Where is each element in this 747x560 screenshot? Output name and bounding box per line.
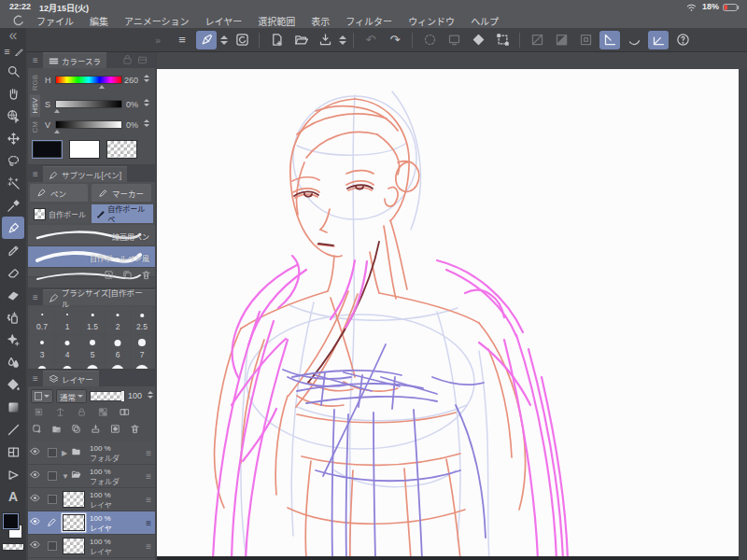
canvas-viewport[interactable] bbox=[157, 69, 747, 560]
brush-size-6[interactable]: 6 bbox=[106, 335, 130, 362]
help-icon[interactable] bbox=[672, 31, 693, 49]
tool-switch-stepper[interactable] bbox=[218, 35, 230, 45]
screen-color-icon[interactable] bbox=[444, 31, 464, 49]
opacity-stepper[interactable] bbox=[145, 391, 155, 399]
duplicate-layer-icon[interactable] bbox=[71, 424, 81, 434]
layer-row-menu-icon[interactable]: ≡ bbox=[146, 471, 151, 482]
brush-size-2[interactable]: 2 bbox=[106, 307, 130, 334]
snap-curve-icon[interactable] bbox=[624, 31, 644, 49]
hue-value[interactable]: 260 bbox=[114, 76, 138, 85]
layer-checkbox[interactable] bbox=[48, 471, 57, 481]
hue-slider[interactable] bbox=[55, 76, 122, 84]
layer-row-menu-icon[interactable]: ≡ bbox=[146, 495, 151, 505]
color-history-icon[interactable] bbox=[137, 55, 152, 65]
brush-item-senga-pen[interactable]: 線画用ペン bbox=[28, 225, 155, 246]
tool-move[interactable] bbox=[2, 127, 24, 149]
hue-slider-handle[interactable] bbox=[99, 85, 105, 89]
tool-gradient[interactable] bbox=[2, 396, 24, 418]
menu-view[interactable]: 表示 bbox=[311, 14, 330, 28]
menu-layer[interactable]: レイヤー bbox=[205, 14, 243, 28]
csp-logo-icon[interactable] bbox=[12, 14, 25, 27]
brush-size-7[interactable]: 7 bbox=[131, 335, 153, 362]
layer-visibility-eye-icon[interactable] bbox=[30, 469, 40, 480]
brush-size-panel-menu-icon[interactable]: ≡ bbox=[28, 292, 43, 302]
brush-size-more[interactable] bbox=[30, 363, 54, 369]
delete-subtool-icon[interactable] bbox=[141, 270, 151, 280]
layer-row-folder-open[interactable]: ▼ 100 % フォルダ ≡ bbox=[28, 465, 155, 488]
opacity-slider[interactable] bbox=[90, 391, 125, 401]
transparent-color-swatch[interactable] bbox=[2, 543, 24, 551]
tool-operation[interactable] bbox=[2, 105, 24, 127]
merge-down-icon[interactable] bbox=[91, 424, 101, 434]
layer-visibility-eye-icon[interactable] bbox=[30, 539, 40, 550]
brush-item-jisaku-ballpen[interactable]: 自作ボールペン風 bbox=[28, 246, 155, 268]
brush-size-more[interactable] bbox=[106, 363, 130, 369]
layer-mask-icon[interactable] bbox=[110, 424, 120, 434]
saturation-slider-handle[interactable] bbox=[54, 109, 60, 113]
layer-row-menu-icon[interactable]: ≡ bbox=[146, 448, 151, 458]
tool-selection[interactable] bbox=[2, 149, 24, 172]
tool-eyedropper[interactable] bbox=[2, 194, 24, 217]
hue-stepper[interactable] bbox=[141, 75, 152, 82]
crop-selection-icon[interactable] bbox=[575, 31, 596, 49]
toolbar-menu-icon[interactable]: ≡ bbox=[172, 31, 192, 49]
brush-size-4[interactable]: 4 bbox=[55, 335, 79, 362]
brush-size-more[interactable] bbox=[80, 363, 105, 369]
menu-selection[interactable]: 選択範囲 bbox=[258, 14, 295, 28]
delete-layer-icon[interactable] bbox=[130, 424, 140, 434]
brush-size-1[interactable]: 1 bbox=[55, 307, 79, 334]
menu-filter[interactable]: フィルター bbox=[345, 14, 392, 28]
brush-size-1.5[interactable]: 1.5 bbox=[80, 307, 105, 334]
tool-zoom[interactable] bbox=[2, 60, 24, 82]
menu-edit[interactable]: 編集 bbox=[90, 14, 108, 28]
value-stepper[interactable] bbox=[141, 119, 152, 127]
undo-icon[interactable]: ↶ bbox=[360, 31, 381, 49]
expand-chevrons-icon[interactable]: » bbox=[148, 31, 168, 49]
tool-airbrush[interactable] bbox=[2, 306, 24, 329]
tool-frame-border[interactable] bbox=[2, 441, 24, 463]
tool-blend[interactable] bbox=[2, 351, 24, 373]
menu-window[interactable]: ウィンドウ bbox=[408, 14, 455, 28]
new-folder-icon[interactable] bbox=[51, 424, 62, 434]
opacity-value[interactable]: 100 bbox=[128, 391, 142, 400]
layer-checkbox[interactable] bbox=[48, 448, 57, 457]
tool-hand[interactable] bbox=[2, 82, 24, 105]
layer-row-selected[interactable]: 100 % レイヤ ≡ bbox=[28, 511, 155, 535]
tool-decoration[interactable] bbox=[2, 329, 24, 351]
redo-icon[interactable]: ↷ bbox=[385, 31, 405, 49]
layer-visibility-eye-icon[interactable] bbox=[30, 493, 40, 503]
color-panel-tab[interactable]: カラースラ bbox=[43, 52, 106, 68]
color-panel-menu-icon[interactable]: ≡ bbox=[28, 55, 43, 65]
saturation-stepper[interactable] bbox=[141, 99, 152, 106]
tool-ruler[interactable] bbox=[2, 463, 24, 485]
sub-color-large-swatch[interactable] bbox=[69, 140, 100, 159]
brush-size-3[interactable]: 3 bbox=[30, 335, 54, 362]
menu-animation[interactable]: アニメーション bbox=[124, 14, 190, 28]
layer-row[interactable]: 100 % レイヤ ≡ bbox=[28, 488, 155, 511]
color-set-icon[interactable] bbox=[122, 55, 137, 65]
transparent-large-swatch[interactable] bbox=[106, 140, 137, 159]
brush-size-0.7[interactable]: 0.7 bbox=[30, 307, 54, 334]
saturation-value[interactable]: 0% bbox=[114, 100, 138, 109]
layer-palette-color-dropdown[interactable] bbox=[31, 389, 53, 403]
subtool-group-jisaku-ballpen[interactable]: 自作ボールペ bbox=[92, 204, 153, 223]
color-mode-hsv[interactable]: HSV bbox=[30, 94, 40, 117]
brush-size-5[interactable]: 5 bbox=[80, 335, 105, 362]
clip-to-layer-icon[interactable] bbox=[34, 407, 44, 417]
folder-expand-chevron[interactable]: ▶ bbox=[62, 449, 67, 457]
main-color-swatch[interactable] bbox=[3, 513, 19, 529]
lock-transparent-pixel-icon[interactable] bbox=[98, 407, 108, 417]
deselect-icon[interactable] bbox=[527, 31, 547, 49]
add-subtool-icon[interactable] bbox=[104, 270, 114, 280]
subtool-group-jisaku-ball[interactable]: 自作ボール bbox=[30, 204, 90, 223]
color-mode-cm[interactable]: CM bbox=[30, 118, 40, 136]
layer-panel-menu-icon[interactable]: ≡ bbox=[28, 373, 43, 384]
menu-help[interactable]: ヘルプ bbox=[471, 14, 499, 28]
menu-file[interactable]: ファイル bbox=[36, 14, 74, 28]
tool-fill[interactable] bbox=[2, 373, 24, 396]
select-area-icon[interactable] bbox=[419, 31, 440, 49]
subtool-tab-pen[interactable]: ペン bbox=[30, 184, 88, 202]
tool-pencil[interactable] bbox=[2, 239, 24, 261]
color-mode-rgb[interactable]: RGB bbox=[30, 71, 40, 94]
brush-size-2.5[interactable]: 2.5 bbox=[131, 307, 153, 334]
